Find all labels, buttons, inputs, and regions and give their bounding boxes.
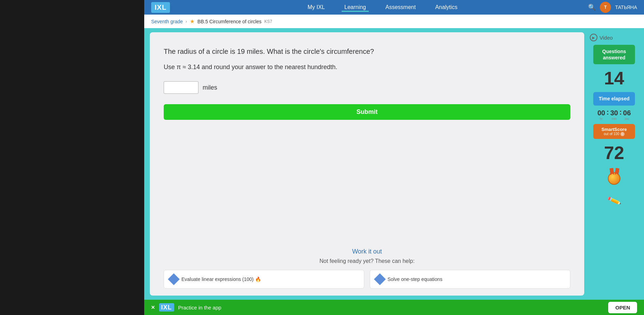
score-number: 72: [604, 142, 624, 163]
breadcrumb-code: KS7: [264, 19, 272, 24]
question-subtext: Use π ≈ 3.14 and round your answer to th…: [164, 64, 570, 71]
questions-answered-button[interactable]: Questions answered: [593, 45, 635, 64]
nav-my-ixl[interactable]: My IXL: [305, 3, 328, 12]
smartscore-button[interactable]: SmartScore out of 100 i: [593, 124, 635, 139]
helper-card-2-text: Solve one-step equations: [388, 276, 442, 282]
navbar-right: 🔍 T ТАТЬЯНА: [588, 2, 637, 13]
info-icon: i: [620, 132, 625, 136]
smartscore-sublabel: out of 100 i: [604, 132, 624, 136]
questions-count: 14: [604, 68, 624, 89]
left-dark-panel: [0, 0, 144, 315]
work-it-out-section: Work it out Not feeling ready yet? These…: [164, 238, 570, 296]
bottom-logo: IXL: [159, 304, 174, 311]
time-elapsed-button[interactable]: Time elapsed: [593, 92, 635, 105]
question-text: The radius of a circle is 19 miles. What…: [164, 46, 570, 57]
diamond-icon-2: [374, 273, 386, 285]
helper-card-1-text: Evaluate linear expressions (100) 🔥: [181, 276, 261, 282]
nav-assessment[interactable]: Assessment: [383, 3, 418, 12]
video-play-icon: ▶: [590, 34, 597, 41]
navbar-links: My IXL Learning Assessment Analytics: [177, 3, 588, 12]
navbar: IXL My IXL Learning Assessment Analytics…: [144, 0, 644, 15]
video-link[interactable]: ▶ Video: [590, 34, 613, 41]
breadcrumb-arrow: ›: [186, 19, 187, 24]
work-it-out-link[interactable]: Work it out: [164, 248, 570, 255]
answer-row: miles: [164, 81, 570, 94]
bottom-bar-close-button[interactable]: ×: [151, 304, 155, 311]
breadcrumb: Seventh grade › ★ BB.5 Circumference of …: [144, 15, 644, 28]
answer-input[interactable]: [164, 81, 198, 94]
helper-cards: Evaluate linear expressions (100) 🔥 Solv…: [164, 270, 570, 289]
search-icon[interactable]: 🔍: [588, 3, 596, 11]
bottom-open-button[interactable]: OPEN: [608, 302, 637, 313]
navbar-logo[interactable]: IXL: [151, 2, 170, 13]
timer-hours: 00 hr: [597, 109, 605, 121]
diamond-icon-1: [168, 273, 180, 285]
breadcrumb-grade[interactable]: Seventh grade: [151, 19, 183, 24]
smartscore-label: SmartScore: [602, 127, 627, 132]
answer-unit: miles: [203, 84, 217, 91]
timer-colon-1: :: [606, 108, 609, 116]
video-label: Video: [600, 35, 613, 41]
pencil-icon[interactable]: ✏️: [606, 193, 622, 208]
bottom-bar: × IXL Practice in the app OPEN: [144, 300, 644, 315]
breadcrumb-star-icon[interactable]: ★: [190, 18, 195, 25]
nav-analytics[interactable]: Analytics: [432, 3, 460, 12]
work-it-out-text: Not feeling ready yet? These can help:: [164, 258, 570, 264]
avatar[interactable]: T: [600, 2, 611, 13]
medal-icon: [608, 168, 620, 185]
breadcrumb-topic: BB.5 Circumference of circles: [197, 19, 261, 24]
timer-colon-2: :: [619, 108, 622, 116]
username-label: ТАТЬЯНА: [615, 5, 637, 10]
question-panel: The radius of a circle is 19 miles. What…: [150, 32, 584, 296]
timer-display: 00 hr : 30 min : 06 sec: [597, 109, 631, 121]
timer-seconds: 06 sec: [623, 109, 631, 121]
bottom-practice-text: Practice in the app: [178, 305, 221, 310]
submit-button[interactable]: Submit: [164, 104, 570, 120]
helper-card-1[interactable]: Evaluate linear expressions (100) 🔥: [164, 270, 364, 289]
timer-minutes: 30 min: [610, 109, 618, 121]
right-sidebar: ▶ Video Questions answered 14 Time elaps…: [590, 32, 638, 296]
content-area: The radius of a circle is 19 miles. What…: [144, 28, 644, 300]
nav-learning[interactable]: Learning: [342, 3, 369, 12]
helper-card-2[interactable]: Solve one-step equations: [370, 270, 570, 289]
